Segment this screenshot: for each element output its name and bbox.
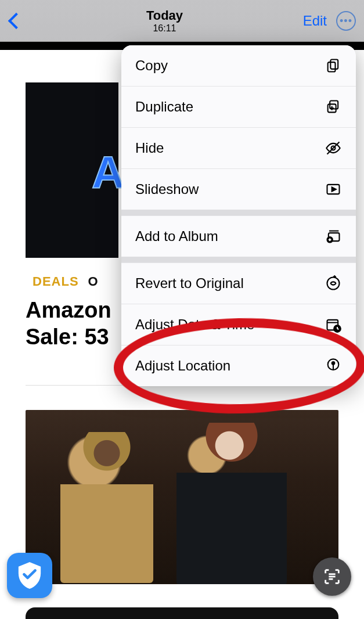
svg-point-22: [332, 362, 335, 365]
neon-letter: A: [92, 146, 124, 199]
figure-right: [176, 423, 287, 584]
menu-separator-1: [121, 210, 356, 215]
play-rect-icon: [325, 181, 342, 198]
back-button[interactable]: [8, 12, 20, 30]
menu-item-duplicate[interactable]: Duplicate: [121, 86, 356, 127]
menu-item-copy[interactable]: Copy: [121, 45, 356, 86]
calendar-clock-icon: [325, 316, 342, 333]
menu-item-adjust-date-time[interactable]: Adjust Date & Time: [121, 304, 356, 345]
menu-label-copy: Copy: [135, 57, 168, 74]
menu-item-hide[interactable]: Hide: [121, 127, 356, 168]
nav-title: Today: [146, 8, 183, 23]
shield-check-icon: [16, 561, 43, 590]
menu-label-add-to-album: Add to Album: [135, 228, 218, 244]
menu-item-slideshow[interactable]: Slideshow: [121, 168, 356, 210]
svg-point-15: [327, 278, 340, 290]
bottom-toolbar-peek: [26, 607, 338, 619]
screenshot-image-bottom: [26, 410, 338, 584]
figure-left: [60, 432, 153, 583]
eye-slash-icon: [325, 139, 342, 157]
album-plus-icon: [325, 228, 342, 245]
menu-label-hide: Hide: [135, 140, 164, 156]
vpn-shield-badge[interactable]: [7, 553, 52, 598]
nav-bar: Today 16:11 Edit •••: [0, 0, 364, 42]
menu-label-slideshow: Slideshow: [135, 181, 199, 197]
context-menu: Copy Duplicate Hide Slideshow Add to Alb…: [121, 45, 356, 386]
svg-rect-1: [328, 62, 336, 71]
svg-rect-0: [330, 60, 338, 69]
visual-lookup-button[interactable]: [313, 557, 351, 596]
svg-line-20: [337, 329, 338, 329]
duplicate-icon: [325, 98, 342, 116]
menu-separator-2: [121, 257, 356, 262]
menu-label-duplicate: Duplicate: [135, 99, 193, 115]
deals-partial-text: O: [88, 274, 98, 289]
more-options-button[interactable]: •••: [336, 11, 356, 31]
copy-icon: [325, 57, 342, 74]
menu-item-adjust-location[interactable]: Adjust Location: [121, 345, 356, 386]
menu-label-revert: Revert to Original: [135, 275, 244, 291]
ellipsis-icon: •••: [340, 16, 352, 26]
screenshot-image-top: A: [26, 82, 118, 258]
scan-text-icon: [322, 567, 342, 586]
location-pin-icon: [325, 357, 342, 375]
nav-subtitle: 16:11: [146, 23, 183, 34]
svg-marker-9: [332, 188, 336, 192]
deals-category: DEALS: [33, 274, 79, 289]
revert-icon: [325, 275, 342, 292]
menu-label-adjust-date: Adjust Date & Time: [135, 316, 254, 333]
menu-item-revert[interactable]: Revert to Original: [121, 262, 356, 304]
edit-button[interactable]: Edit: [303, 13, 327, 29]
menu-label-adjust-location: Adjust Location: [135, 358, 230, 374]
menu-item-add-to-album[interactable]: Add to Album: [121, 215, 356, 257]
